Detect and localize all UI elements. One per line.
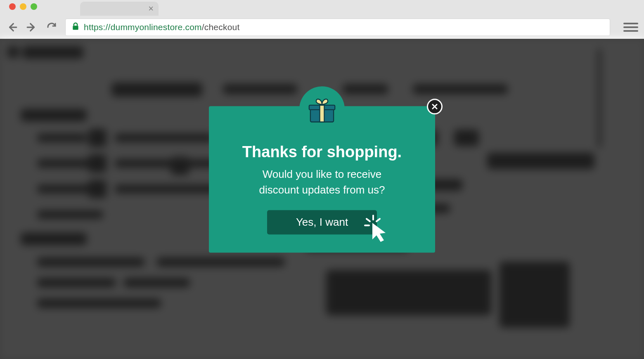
modal-title: Thanks for shopping. (225, 143, 419, 161)
lock-icon (71, 22, 80, 33)
minimize-window-icon[interactable] (20, 3, 26, 10)
reload-button[interactable] (45, 21, 58, 33)
hamburger-menu-icon[interactable] (623, 20, 638, 35)
browser-toolbar: https://dummyonlinestore.com/checkout (0, 16, 644, 39)
tab-strip: × (0, 0, 644, 16)
window-controls[interactable] (3, 3, 43, 10)
svg-rect-5 (320, 105, 324, 122)
svg-rect-2 (73, 26, 78, 30)
address-bar[interactable]: https://dummyonlinestore.com/checkout (65, 19, 610, 36)
popup-modal: Thanks for shopping. Would you like to r… (209, 106, 435, 253)
yes-button[interactable]: Yes, I want (267, 210, 377, 235)
close-window-icon[interactable] (9, 3, 16, 10)
forward-button[interactable] (26, 21, 38, 33)
svg-line-10 (376, 219, 380, 222)
gift-icon (299, 86, 345, 132)
close-modal-button[interactable] (427, 99, 443, 114)
maximize-window-icon[interactable] (31, 3, 37, 10)
close-tab-icon[interactable]: × (148, 4, 154, 13)
modal-subtitle: Would you like to receive discount updat… (244, 167, 400, 198)
url-text: https://dummyonlinestore.com/checkout (84, 22, 239, 32)
cursor-click-icon (364, 215, 391, 246)
back-button[interactable] (6, 21, 18, 33)
svg-line-9 (367, 219, 370, 222)
browser-tab[interactable]: × (80, 2, 159, 16)
browser-chrome: × https://dummyonlinestore.com/checkout (0, 0, 644, 39)
